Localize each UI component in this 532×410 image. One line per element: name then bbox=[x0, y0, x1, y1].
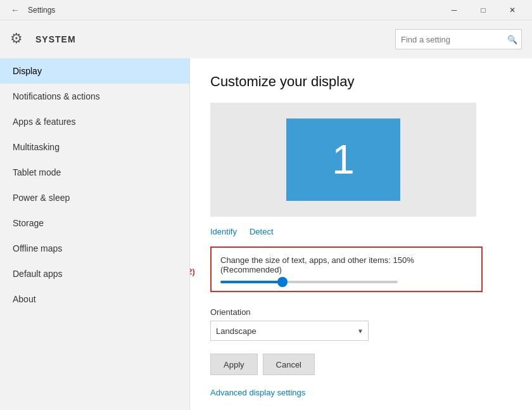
titlebar-title: Settings bbox=[28, 6, 55, 15]
sidebar-item-about[interactable]: About bbox=[0, 286, 189, 312]
slider-fill bbox=[220, 281, 282, 283]
app-header-left: ⚙ SYSTEM bbox=[10, 30, 76, 48]
search-box: 🔍 bbox=[395, 29, 522, 49]
slider-thumb[interactable] bbox=[277, 277, 288, 287]
close-button[interactable]: ✕ bbox=[498, 0, 527, 20]
monitor-preview: 1 bbox=[210, 103, 476, 217]
maximize-button[interactable]: □ bbox=[469, 0, 498, 20]
search-input[interactable] bbox=[401, 35, 507, 44]
orientation-select[interactable]: Landscape Portrait Landscape (flipped) P… bbox=[210, 321, 369, 341]
slider-container bbox=[220, 281, 472, 283]
minimize-button[interactable]: ─ bbox=[440, 0, 469, 20]
monitor-screen: 1 bbox=[286, 119, 400, 201]
back-button[interactable]: ← bbox=[8, 3, 23, 18]
detect-link[interactable]: Detect bbox=[250, 227, 274, 236]
sidebar-item-display[interactable]: Display bbox=[0, 58, 189, 84]
orientation-label: Orientation bbox=[210, 307, 512, 317]
scaling-box: Change the size of text, apps, and other… bbox=[210, 247, 483, 292]
sidebar-item-apps[interactable]: Apps & features bbox=[0, 109, 189, 134]
slider-track[interactable] bbox=[220, 281, 398, 283]
sidebar: Display Notifications & actions Apps & f… bbox=[0, 58, 190, 410]
titlebar-controls: ─ □ ✕ bbox=[440, 0, 527, 20]
app-header: ⚙ SYSTEM 🔍 bbox=[0, 20, 532, 58]
sidebar-item-storage[interactable]: Storage bbox=[0, 210, 189, 236]
back-icon: ← bbox=[11, 5, 20, 15]
monitor-number: 1 bbox=[332, 136, 355, 183]
page-title: Customize your display bbox=[210, 74, 512, 90]
app-container: ⚙ SYSTEM 🔍 Display Notifications & actio… bbox=[0, 20, 532, 410]
sidebar-item-notifications[interactable]: Notifications & actions bbox=[0, 84, 189, 109]
apply-button[interactable]: Apply bbox=[210, 354, 258, 375]
content-area: Customize your display 1 Identify Detect… bbox=[190, 58, 532, 410]
cancel-button[interactable]: Cancel bbox=[263, 354, 315, 375]
size-text: Change the size of text, apps, and other… bbox=[220, 255, 472, 274]
system-title: SYSTEM bbox=[35, 34, 76, 44]
sidebar-item-power[interactable]: Power & sleep bbox=[0, 185, 189, 210]
titlebar: ← Settings ─ □ ✕ bbox=[0, 0, 532, 20]
search-icon: 🔍 bbox=[507, 35, 517, 44]
orientation-select-wrapper: Landscape Portrait Landscape (flipped) P… bbox=[210, 321, 369, 341]
sidebar-item-tablet[interactable]: Tablet mode bbox=[0, 160, 189, 185]
highlight-label: (2) bbox=[190, 267, 195, 276]
sidebar-item-default-apps[interactable]: Default apps bbox=[0, 261, 189, 286]
gear-icon: ⚙ bbox=[10, 30, 28, 48]
titlebar-left: ← Settings bbox=[8, 3, 55, 18]
identify-link[interactable]: Identify bbox=[210, 227, 237, 236]
sidebar-item-offline-maps[interactable]: Offline maps bbox=[0, 236, 189, 261]
button-row: Apply Cancel bbox=[210, 354, 512, 375]
sidebar-item-multitasking[interactable]: Multitasking bbox=[0, 134, 189, 160]
app-body: Display Notifications & actions Apps & f… bbox=[0, 58, 532, 410]
display-links: Identify Detect bbox=[210, 227, 512, 236]
advanced-display-link[interactable]: Advanced display settings bbox=[210, 388, 512, 397]
